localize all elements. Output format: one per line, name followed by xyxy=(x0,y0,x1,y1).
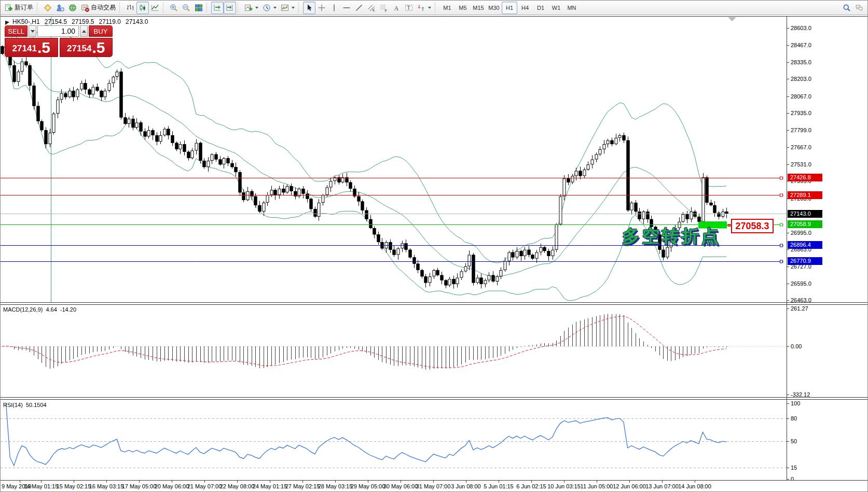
price-chart-canvas[interactable] xyxy=(1,16,787,302)
arrows-icon xyxy=(417,4,425,12)
volume-decrease-button[interactable] xyxy=(29,25,36,37)
price-tick-label: 26463.0 xyxy=(791,297,811,304)
auto-scroll-button[interactable] xyxy=(211,2,224,14)
metaeditor-icon xyxy=(44,4,52,12)
vertical-line-button[interactable] xyxy=(328,2,340,14)
tf-h4-button[interactable]: H4 xyxy=(517,2,533,14)
svg-text:E: E xyxy=(373,8,375,12)
tf-mn-button[interactable]: MN xyxy=(564,2,580,14)
price-axis-border xyxy=(787,16,787,480)
zoom-in-button[interactable] xyxy=(168,2,180,14)
price-line-chip: 27058.9 xyxy=(788,220,822,228)
rsi-value: 50.1504 xyxy=(26,402,47,408)
cursor-button[interactable] xyxy=(303,2,315,14)
rsi-label: RSI(14) 50.1504 xyxy=(3,402,47,408)
fibonacci-button[interactable]: F xyxy=(378,2,390,14)
time-tick-mark xyxy=(401,481,401,483)
rsi-tick-mark xyxy=(787,403,789,404)
toolbar-group-grip[interactable] xyxy=(206,3,209,13)
macd-tick-mark xyxy=(787,346,789,347)
time-axis-label: 15 May 02:15 xyxy=(57,483,91,489)
price-tick-label: 27935.0 xyxy=(791,109,811,117)
search-button[interactable] xyxy=(841,2,853,14)
svg-text:A: A xyxy=(394,4,399,11)
toolbar-group-grip[interactable] xyxy=(37,3,39,13)
buy-button[interactable]: BUY xyxy=(89,25,113,37)
zoom-in-icon xyxy=(170,4,178,12)
price-tick-mark xyxy=(787,300,789,301)
equidistant-channel-button[interactable]: E xyxy=(365,2,378,14)
price-line-chip: 26896.4 xyxy=(788,241,822,249)
text-button[interactable]: A xyxy=(390,2,403,14)
rsi-pane-canvas[interactable] xyxy=(1,399,787,480)
volume-increase-button[interactable] xyxy=(80,25,88,37)
text-label-button[interactable]: T xyxy=(403,2,415,14)
svg-text:F: F xyxy=(385,8,388,12)
tile-windows-button[interactable] xyxy=(192,2,205,14)
signals-button[interactable] xyxy=(66,2,79,14)
symbol-name: HK50-,H1 xyxy=(12,18,40,25)
buy-price-display[interactable]: 27154 .5 xyxy=(60,38,113,57)
tf-m5-button[interactable]: M5 xyxy=(455,2,471,14)
time-tick-mark xyxy=(41,481,42,483)
time-tick-mark xyxy=(695,481,695,483)
indicators-button[interactable] xyxy=(242,2,260,14)
tf-m15-button[interactable]: M15 xyxy=(471,2,486,14)
toolbar-group-grip[interactable] xyxy=(119,3,121,13)
toolbar-group-grip[interactable] xyxy=(163,3,165,13)
time-axis-label: 22 May 08:00 xyxy=(220,483,255,489)
chart-shift-button[interactable] xyxy=(224,2,236,14)
candlestick-chart-button[interactable] xyxy=(136,2,149,14)
price-tick-label: 28203.0 xyxy=(791,75,811,82)
toolbar-group-grip[interactable] xyxy=(298,3,300,13)
zoom-out-button[interactable] xyxy=(180,2,192,14)
chart-shift-icon xyxy=(226,4,234,12)
metaeditor-button[interactable] xyxy=(42,2,54,14)
macd-tick-label: 261.27 xyxy=(791,305,808,312)
trendline-button[interactable] xyxy=(353,2,365,14)
time-axis-label: 5 Jun 01:15 xyxy=(484,483,514,489)
macd-label: MACD(12,26,9) 4.64 -14.20 xyxy=(3,306,76,313)
tf-w1-button[interactable]: W1 xyxy=(548,2,564,14)
tf-m1-button[interactable]: M1 xyxy=(439,2,455,14)
rsi-tick-mark xyxy=(787,468,789,468)
time-axis-label: 29 May 05:00 xyxy=(351,483,385,489)
volume-up-icon xyxy=(82,30,86,33)
autotrading-button[interactable]: 自动交易 xyxy=(79,2,118,14)
tf-d1-button[interactable]: D1 xyxy=(533,2,548,14)
price-tick-mark xyxy=(787,233,789,233)
horizontal-line-button[interactable] xyxy=(340,2,353,14)
periods-button[interactable] xyxy=(260,2,279,14)
market-watch-button[interactable] xyxy=(54,2,66,14)
time-axis[interactable]: 9 May 201914 May 01:1515 May 02:1516 May… xyxy=(1,480,868,492)
sell-price-display[interactable]: 27141 .5 xyxy=(5,38,58,57)
svg-text:T: T xyxy=(407,5,410,11)
dropdown-caret-icon xyxy=(273,7,277,9)
turning-point-price-label[interactable]: 27058.3 xyxy=(731,219,774,233)
time-axis-label: 14 May 01:15 xyxy=(24,483,59,489)
sell-button[interactable]: SELL xyxy=(5,25,27,37)
autotrading-label: 自动交易 xyxy=(91,3,116,12)
time-axis-label: 3 Jun 08:00 xyxy=(451,483,481,489)
chart-shift-marker-icon[interactable] xyxy=(728,17,736,21)
tf-h1-button[interactable]: H1 xyxy=(502,2,517,14)
time-tick-mark xyxy=(106,481,107,483)
toolbar-group-grip[interactable] xyxy=(435,3,437,13)
line-chart-button[interactable] xyxy=(149,2,161,14)
crosshair-button[interactable] xyxy=(315,2,328,14)
time-tick-mark xyxy=(335,481,336,483)
price-tick-mark xyxy=(787,164,789,165)
chat-button[interactable] xyxy=(853,2,865,14)
new-order-button[interactable]: 新订单 xyxy=(3,2,35,14)
arrows-button[interactable] xyxy=(415,2,433,14)
templates-button[interactable] xyxy=(279,2,297,14)
tf-m30-button[interactable]: M30 xyxy=(486,2,502,14)
time-axis-label: 17 May 05:00 xyxy=(122,483,157,489)
price-tick-label: 26995.0 xyxy=(791,229,811,236)
bar-chart-button[interactable] xyxy=(124,2,136,14)
new-order-icon xyxy=(5,4,13,12)
volume-input[interactable] xyxy=(37,25,79,37)
turning-point-annotation[interactable]: 多空转折点 xyxy=(622,224,721,248)
macd-pane-canvas[interactable] xyxy=(1,304,787,397)
toolbar-group-grip[interactable] xyxy=(238,3,240,13)
